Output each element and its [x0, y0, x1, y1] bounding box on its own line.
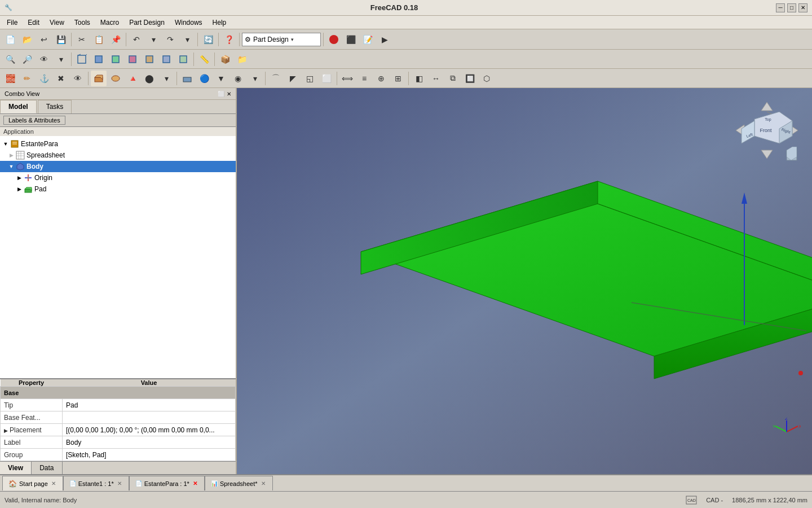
stop-macro-button[interactable]: ⬛ [343, 32, 359, 47]
tab-model[interactable]: Model [0, 100, 37, 113]
rear-view-button[interactable] [142, 51, 157, 67]
labels-attributes-button[interactable]: Labels & Attributes [3, 116, 65, 125]
open-button[interactable]: 📂 [19, 32, 35, 47]
additive-pipe-button[interactable]: ⬤ [142, 71, 157, 86]
property-row-placement[interactable]: ▶Placement [(0,00 0,00 1,00); 0,00 °; (0… [1, 424, 236, 436]
copy-button[interactable]: 📋 [91, 32, 107, 47]
revert-button[interactable]: ↩ [36, 32, 52, 47]
tab-data[interactable]: Data [32, 462, 62, 474]
sub-loft-button[interactable]: ▼ [213, 71, 229, 86]
3d-viewport[interactable]: Front Left Right Top X Y Z [237, 88, 812, 474]
menu-edit[interactable]: Edit [23, 17, 44, 28]
polar-pattern-button[interactable]: ⊕ [373, 71, 389, 86]
redo-button[interactable]: ↷ [162, 32, 178, 47]
combo-minimize-button[interactable]: ⬜ [218, 91, 224, 97]
view-options-button[interactable]: 👁 [36, 51, 52, 67]
menu-view[interactable]: View [45, 17, 69, 28]
menu-macro[interactable]: Macro [96, 17, 123, 28]
workbench-selector[interactable]: ⚙ Part Design ▾ [242, 33, 321, 46]
subtractive-drop-button[interactable]: ▾ [247, 71, 263, 86]
record-macro-button[interactable] [326, 32, 342, 47]
mirrored-button[interactable]: ⟺ [339, 71, 355, 86]
tab-spreadsheet[interactable]: 📊 Spreadsheet* ✕ [205, 476, 273, 491]
tab-start-page[interactable]: 🏠 Start page ✕ [2, 476, 63, 491]
tree-item-spreadsheet[interactable]: ▶ Spreadsheet [0, 150, 236, 161]
fillet-button[interactable]: ⌒ [268, 71, 284, 86]
new-file-button[interactable]: 📄 [2, 32, 18, 47]
zoom-in-button[interactable]: 🔎 [19, 51, 35, 67]
help-button[interactable]: ❓ [221, 32, 237, 47]
tab-estante1[interactable]: 📄 Estante1 : 1* ✕ [63, 476, 129, 491]
body-label: Body [27, 163, 43, 170]
front-view-button[interactable] [91, 51, 107, 67]
section-button[interactable]: ◧ [411, 71, 427, 86]
close-button[interactable]: ✕ [798, 3, 807, 12]
move-button[interactable]: ↔ [428, 71, 444, 86]
clone-button[interactable]: ⧉ [445, 71, 461, 86]
tree-item-body[interactable]: ▼ Body [0, 161, 236, 172]
expand-body[interactable]: ▼ [8, 164, 15, 169]
redo-dropdown-button[interactable]: ▾ [179, 32, 195, 47]
zoom-fit-button[interactable]: 🔍 [2, 51, 18, 67]
menu-windows[interactable]: Windows [170, 17, 207, 28]
parts-lib-button[interactable]: 📦 [217, 51, 233, 67]
bottom-view-button[interactable] [158, 51, 174, 67]
nav-cube[interactable]: Front Left Right Top [733, 99, 801, 167]
expand-origin[interactable]: ▶ [16, 175, 23, 181]
view-sketch-button[interactable]: 👁 [70, 71, 86, 86]
tree-item-origin[interactable]: ▶ Origin [0, 172, 236, 183]
thickness-button[interactable]: ⬜ [319, 71, 334, 86]
iso-view-button[interactable] [74, 51, 90, 67]
paste-button[interactable]: 📌 [108, 32, 123, 47]
close-sketch-button[interactable]: ✖ [53, 71, 69, 86]
undo-dropdown-button[interactable]: ▾ [145, 32, 161, 47]
estante1-close[interactable]: ✕ [116, 480, 123, 487]
expand-estantepara[interactable]: ▼ [2, 141, 9, 147]
new-sketch-button[interactable]: ✏ [19, 71, 35, 86]
estantepara-close[interactable]: ✕ [192, 480, 198, 487]
extra-button[interactable]: ⬡ [479, 71, 495, 86]
minimize-button[interactable]: ─ [776, 3, 785, 12]
tab-view[interactable]: View [0, 462, 32, 474]
tab-estantepara[interactable]: 📄 EstantePara : 1* ✕ [129, 476, 205, 491]
tree-item-estantepara[interactable]: ▼ EstantePara [0, 138, 236, 150]
expand-pad[interactable]: ▶ [16, 186, 23, 192]
groove-button[interactable]: 🔵 [196, 71, 212, 86]
cut-button[interactable]: ✂ [74, 32, 90, 47]
chamfer-button[interactable]: ◤ [285, 71, 301, 86]
measure-button[interactable]: 📏 [196, 51, 212, 67]
linear-pattern-button[interactable]: ≡ [356, 71, 372, 86]
additive-drop-button[interactable]: ▾ [158, 71, 174, 86]
refresh-button[interactable]: 🔄 [200, 32, 216, 47]
top-view-button[interactable] [108, 51, 123, 67]
multitransform-button[interactable]: ⊞ [390, 71, 406, 86]
sub-pipe-button[interactable]: ◉ [230, 71, 246, 86]
maximize-button[interactable]: □ [787, 3, 796, 12]
additive-loft-button[interactable]: 🔺 [125, 71, 140, 86]
start-page-close[interactable]: ✕ [50, 480, 57, 487]
revolution-button[interactable] [108, 71, 123, 86]
attach-sketch-button[interactable]: ⚓ [36, 71, 52, 86]
open-folder-button[interactable]: 📁 [234, 51, 250, 67]
view-menu-button[interactable]: ▾ [53, 51, 69, 67]
menu-tools[interactable]: Tools [70, 17, 95, 28]
combo-close-button[interactable]: ✕ [227, 91, 231, 97]
draft-button[interactable]: ◱ [302, 71, 317, 86]
pad-button[interactable] [91, 71, 107, 86]
menu-file[interactable]: File [2, 17, 22, 28]
right-view-button[interactable] [125, 51, 140, 67]
left-view-button[interactable] [175, 51, 191, 67]
boolean-button[interactable]: 🔲 [462, 71, 478, 86]
tab-tasks[interactable]: Tasks [38, 100, 72, 113]
tree-item-pad[interactable]: ▶ Pad [0, 183, 236, 195]
menu-help[interactable]: Help [208, 17, 231, 28]
save-button[interactable]: 💾 [53, 32, 69, 47]
undo-button[interactable]: ↶ [129, 32, 144, 47]
new-body-button[interactable]: 🧱 [2, 71, 18, 86]
spreadsheet-close[interactable]: ✕ [260, 480, 267, 487]
menu-partdesign[interactable]: Part Design [125, 17, 169, 28]
pocket-button[interactable] [179, 71, 195, 86]
run-macro-button[interactable]: ▶ [377, 32, 392, 47]
edit-macro-button[interactable]: 📝 [360, 32, 376, 47]
expand-spreadsheet[interactable]: ▶ [8, 152, 15, 158]
